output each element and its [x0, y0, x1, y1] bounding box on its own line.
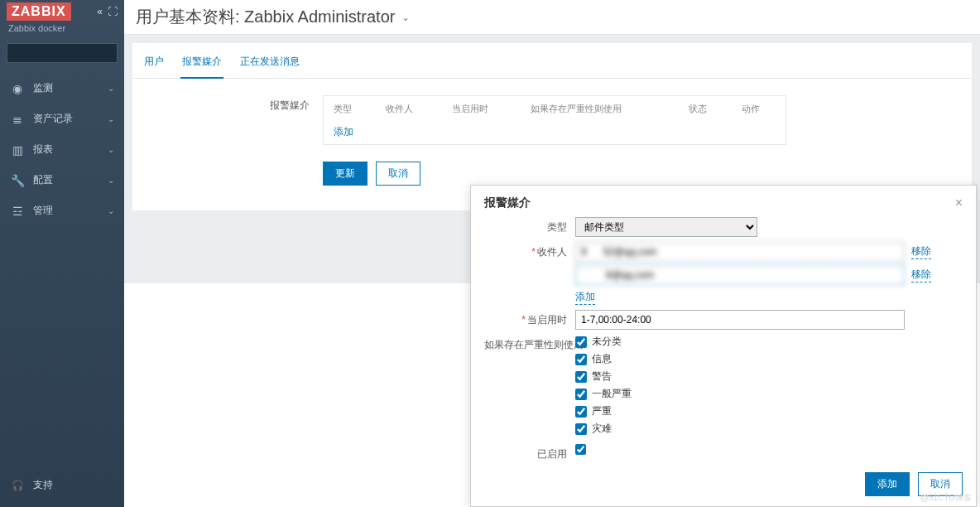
media-table: 类型 收件人 当启用时 如果存在严重性则使用 状态 动作 添加 — [323, 95, 786, 145]
brand-logo[interactable]: ZABBIX — [7, 2, 71, 21]
headset-icon: 🎧 — [10, 480, 25, 491]
severity-warning-checkbox[interactable] — [575, 371, 587, 383]
logo-row: ZABBIX « ⛶ — [0, 0, 124, 23]
brand-subtitle: Zabbix docker — [0, 23, 124, 40]
eye-icon: ◉ — [10, 82, 25, 95]
col-status: 状态 — [680, 98, 731, 120]
severity-option-label: 信息 — [592, 352, 612, 366]
tab-user[interactable]: 用户 — [142, 51, 166, 78]
close-icon[interactable]: × — [955, 196, 963, 210]
chevron-down-icon: ⌄ — [108, 145, 114, 154]
media-modal: 报警媒介 × 类型 邮件类型 *收件人 移除 移除 添加 *当启用时 — [470, 185, 977, 507]
when-active-label: *当启用时 — [484, 310, 575, 327]
wrench-icon: 🔧 — [10, 174, 25, 187]
collapse-icon[interactable]: « — [97, 6, 103, 17]
sidebar-item-reports[interactable]: ▥ 报表 ⌄ — [0, 134, 124, 165]
type-label: 类型 — [484, 217, 575, 234]
severity-label: 如果存在严重性则使用 — [484, 335, 575, 352]
col-action: 动作 — [733, 98, 784, 120]
sidebar-item-label: 管理 — [33, 204, 53, 218]
recipient-row: 移除 — [575, 265, 963, 285]
col-type: 类型 — [325, 98, 376, 120]
page-title-bar: 用户基本资料: Zabbix Administrator ⌄ — [124, 0, 980, 35]
gear-icon: ☲ — [10, 205, 25, 218]
severity-info-checkbox[interactable] — [575, 354, 587, 365]
tabs: 用户 报警媒介 正在发送消息 — [132, 43, 972, 79]
severity-option-label: 未分类 — [592, 335, 622, 349]
severity-option-label: 灾难 — [592, 422, 612, 436]
button-row: 更新 取消 — [323, 162, 947, 186]
search-input[interactable] — [12, 47, 137, 59]
list-icon: ≣ — [10, 113, 25, 126]
sidebar-item-inventory[interactable]: ≣ 资产记录 ⌄ — [0, 104, 124, 134]
remove-recipient-link[interactable]: 移除 — [911, 268, 931, 282]
chevron-down-icon: ⌄ — [108, 206, 114, 215]
cancel-button[interactable]: 取消 — [376, 162, 420, 186]
tab-media[interactable]: 报警媒介 — [180, 51, 223, 79]
media-label: 报警媒介 — [157, 95, 323, 186]
sidebar-item-label: 配置 — [33, 173, 53, 187]
severity-average-checkbox[interactable] — [575, 389, 587, 400]
col-recipient: 收件人 — [377, 98, 441, 120]
add-media-link[interactable]: 添加 — [334, 126, 353, 138]
recipient-input-2[interactable] — [575, 265, 905, 285]
modal-add-button[interactable]: 添加 — [865, 472, 910, 496]
sidebar-item-label: 监测 — [33, 81, 53, 95]
sidebar-item-support[interactable]: 🎧 支持 — [0, 470, 124, 500]
enabled-checkbox[interactable] — [575, 444, 586, 455]
recipient-row: 移除 — [575, 242, 963, 262]
tab-sending[interactable]: 正在发送消息 — [238, 51, 301, 78]
when-active-input[interactable] — [575, 310, 905, 330]
sidebar-item-monitoring[interactable]: ◉ 监测 ⌄ — [0, 73, 124, 104]
modal-header: 报警媒介 × — [484, 196, 963, 217]
recipient-label: *收件人 — [484, 242, 575, 259]
sidebar-item-admin[interactable]: ☲ 管理 ⌄ — [0, 196, 124, 226]
expand-icon[interactable]: ⛶ — [108, 6, 118, 17]
chevron-down-icon: ⌄ — [108, 114, 114, 123]
remove-recipient-link[interactable]: 移除 — [911, 244, 931, 259]
severity-disaster-checkbox[interactable] — [575, 423, 587, 435]
sidebar: ZABBIX « ⛶ Zabbix docker 🔍 ◉ 监测 ⌄ ≣ 资产记录… — [0, 0, 124, 507]
modal-footer: 添加 取消 — [484, 464, 963, 496]
severity-option-label: 严重 — [592, 404, 612, 418]
chart-icon: ▥ — [10, 143, 25, 157]
severity-checkboxes: 未分类 信息 警告 一般严重 严重 灾难 — [575, 335, 963, 439]
sidebar-item-label: 资产记录 — [33, 112, 73, 126]
sidebar-item-label: 支持 — [33, 478, 53, 492]
watermark: @51CTO博客 — [920, 492, 972, 504]
page-title: 用户基本资料: Zabbix Administrator — [136, 6, 395, 28]
severity-option-label: 一般严重 — [592, 387, 632, 401]
search-box[interactable]: 🔍 — [7, 43, 118, 63]
col-severity: 如果存在严重性则使用 — [522, 98, 680, 120]
enabled-label: 已启用 — [484, 444, 575, 461]
sidebar-item-config[interactable]: 🔧 配置 ⌄ — [0, 165, 124, 196]
type-select[interactable]: 邮件类型 — [575, 217, 757, 237]
title-dropdown-icon[interactable]: ⌄ — [401, 12, 410, 23]
chevron-down-icon: ⌄ — [108, 176, 114, 185]
sidebar-item-label: 报表 — [33, 142, 53, 157]
severity-high-checkbox[interactable] — [575, 406, 587, 418]
update-button[interactable]: 更新 — [323, 162, 368, 186]
recipient-input-1[interactable] — [575, 242, 905, 262]
col-when: 当启用时 — [444, 98, 521, 120]
add-recipient-link[interactable]: 添加 — [575, 290, 595, 305]
chevron-down-icon: ⌄ — [108, 84, 114, 93]
severity-option-label: 警告 — [592, 369, 612, 384]
modal-title: 报警媒介 — [484, 196, 531, 210]
severity-not-classified-checkbox[interactable] — [575, 336, 587, 348]
